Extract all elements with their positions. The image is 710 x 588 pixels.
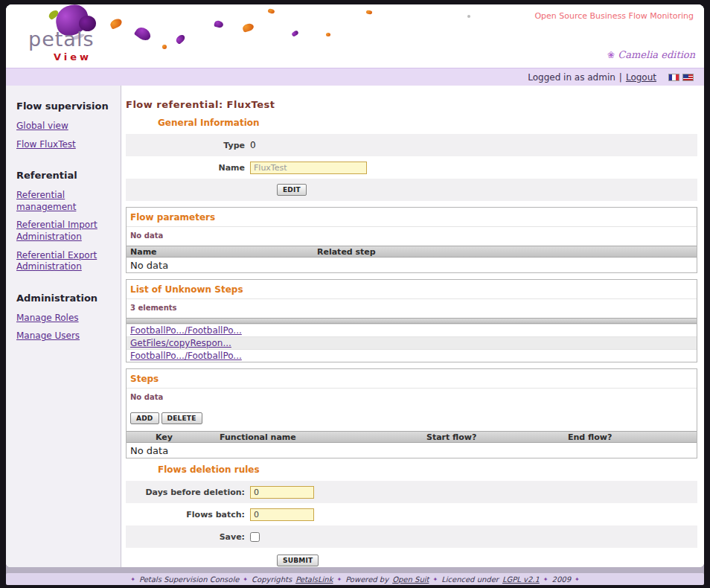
unknown-step-row: FootballPo.../FootballPo... (127, 324, 697, 336)
flow-parameters-table-header: Name Related step (127, 246, 697, 258)
column-header-related-step: Related step (317, 247, 697, 257)
sidebar-item-referential-import[interactable]: Referential Import Administration (16, 220, 115, 243)
main-content: Flow referential: FluxTest General Infor… (121, 86, 704, 567)
lgpl-link[interactable]: LGPL v2.1 (502, 575, 540, 584)
petal-decoration-icon (467, 15, 470, 18)
delete-button[interactable]: DELETE (161, 412, 202, 424)
logo-view-text: View (54, 51, 92, 63)
sidebar-item-manage-roles[interactable]: Manage Roles (16, 313, 115, 325)
type-row: Type 0 (126, 134, 697, 156)
logo-text: petals (28, 28, 94, 51)
submit-button[interactable]: SUBMIT (277, 555, 319, 566)
column-header-functional-name: Functional name (220, 432, 426, 442)
column-header-key: Key (127, 432, 220, 442)
steps-status: No data (127, 389, 697, 407)
name-label: Name (126, 163, 245, 173)
diamond-icon: ✦ (243, 576, 248, 583)
page-background: petals View Open Source Business Flow Mo… (6, 4, 704, 585)
days-before-deletion-row: Days before deletion: (126, 481, 697, 503)
camelia-flower-icon: ❀ (607, 50, 615, 60)
footer-copyrights-text: Copyrights (252, 575, 292, 584)
name-input[interactable] (250, 162, 367, 174)
flow-parameters-status: No data (127, 227, 697, 246)
submit-row: SUBMIT (126, 549, 697, 567)
login-separator: | (619, 72, 622, 83)
add-button[interactable]: ADD (130, 412, 159, 424)
petal-decoration-icon (162, 45, 167, 49)
petal-decoration-icon (134, 25, 153, 42)
type-value: 0 (250, 140, 256, 150)
footer: ✦ Petals Supervision Console ✦ Copyright… (6, 573, 704, 585)
unknown-steps-box: List of Unknown Steps 3 elements Footbal… (126, 279, 697, 362)
french-flag-icon[interactable] (668, 74, 679, 81)
sidebar-heading-referential: Referential (16, 170, 115, 181)
steps-table-header: Key Functional name Start flow? End flow… (127, 431, 697, 443)
header-tagline: Open Source Business Flow Monitoring (534, 11, 694, 21)
unknown-step-row: GetFiles/copyRespon... (127, 336, 697, 349)
steps-heading: Steps (127, 369, 697, 389)
petalslink-link[interactable]: PetalsLink (295, 575, 333, 584)
column-header-start-flow: Start flow? (426, 432, 568, 442)
petal-decoration-icon (291, 30, 299, 37)
unknown-step-link-1[interactable]: FootballPo.../FootballPo... (130, 325, 242, 336)
petals-logo[interactable]: petals View (6, 4, 125, 68)
edit-button[interactable]: EDIT (277, 184, 307, 196)
steps-button-row: ADD DELETE (127, 407, 697, 431)
edition-label: ❀ Camelia edition (607, 49, 695, 60)
steps-empty-row: No data (127, 443, 697, 458)
sidebar-section-flow-supervision: Flow supervision Global view Flow FluxTe… (16, 100, 115, 150)
general-information-heading: General Information (158, 118, 698, 128)
steps-box: Steps No data ADD DELETE Key Functional … (126, 368, 697, 458)
sidebar-heading-flow-supervision: Flow supervision (16, 100, 115, 112)
header: petals View Open Source Business Flow Mo… (6, 4, 704, 68)
us-flag-icon[interactable] (682, 74, 694, 81)
edition-text: Camelia edition (618, 49, 695, 60)
save-label: Save: (126, 532, 245, 542)
unknown-step-link-2[interactable]: GetFiles/copyRespon... (130, 338, 231, 348)
deletion-rules-heading: Flows deletion rules (158, 464, 698, 475)
footer-year: 2009 (552, 575, 571, 584)
sidebar-item-referential-export[interactable]: Referential Export Administration (16, 250, 115, 273)
days-before-deletion-label: Days before deletion: (126, 488, 245, 497)
edit-row: EDIT (126, 179, 697, 201)
sidebar: Flow supervision Global view Flow FluxTe… (6, 86, 121, 567)
unknown-step-link-3[interactable]: FootballPo.../FootballPo... (130, 351, 242, 361)
petal-decoration-icon (175, 33, 187, 45)
open-suit-link[interactable]: Open Suit (392, 575, 429, 584)
petal-decoration-icon (267, 8, 275, 15)
footer-powered-text: Powered by (345, 575, 388, 584)
logged-in-text: Logged in as admin (528, 72, 615, 83)
type-label: Type (126, 141, 245, 150)
petal-decoration-icon (326, 33, 330, 36)
unknown-steps-count: 3 elements (127, 299, 697, 318)
column-header-end-flow: End flow? (568, 432, 697, 442)
days-before-deletion-input[interactable] (250, 486, 314, 499)
unknown-steps-heading: List of Unknown Steps (127, 280, 697, 299)
petal-decoration-icon (214, 20, 224, 29)
petal-decoration-icon (366, 10, 373, 14)
save-checkbox[interactable] (250, 532, 260, 542)
flow-parameters-heading: Flow parameters (127, 208, 697, 227)
sidebar-item-flow-fluxtest[interactable]: Flow FluxTest (16, 139, 115, 151)
flows-batch-label: Flows batch: (126, 510, 245, 520)
flow-parameters-box: Flow parameters No data Name Related ste… (126, 207, 697, 273)
flow-parameters-empty-row: No data (127, 258, 697, 272)
diamond-icon: ✦ (575, 576, 580, 583)
unknown-step-row: FootballPo.../FootballPo... (127, 349, 697, 362)
page-title: Flow referential: FluxTest (126, 99, 698, 110)
content-area: Flow supervision Global view Flow FluxTe… (6, 86, 704, 567)
flows-batch-input[interactable] (250, 508, 314, 521)
petal-decoration-icon (242, 22, 255, 33)
sidebar-item-manage-users[interactable]: Manage Users (16, 330, 115, 342)
diamond-icon: ✦ (432, 576, 438, 583)
diamond-icon: ✦ (336, 576, 342, 583)
sidebar-section-administration: Administration Manage Roles Manage Users (16, 293, 115, 342)
sidebar-item-global-view[interactable]: Global view (16, 121, 115, 132)
diamond-icon: ✦ (130, 576, 135, 583)
sidebar-item-referential-management[interactable]: Referential management (16, 190, 115, 213)
footer-license-text: Licenced under (441, 575, 499, 584)
footer-console-text: Petals Supervision Console (139, 575, 239, 584)
page-frame: petals View Open Source Business Flow Mo… (0, 0, 710, 588)
login-bar: Logged in as admin | Logout (6, 68, 704, 86)
logout-link[interactable]: Logout (626, 72, 656, 83)
